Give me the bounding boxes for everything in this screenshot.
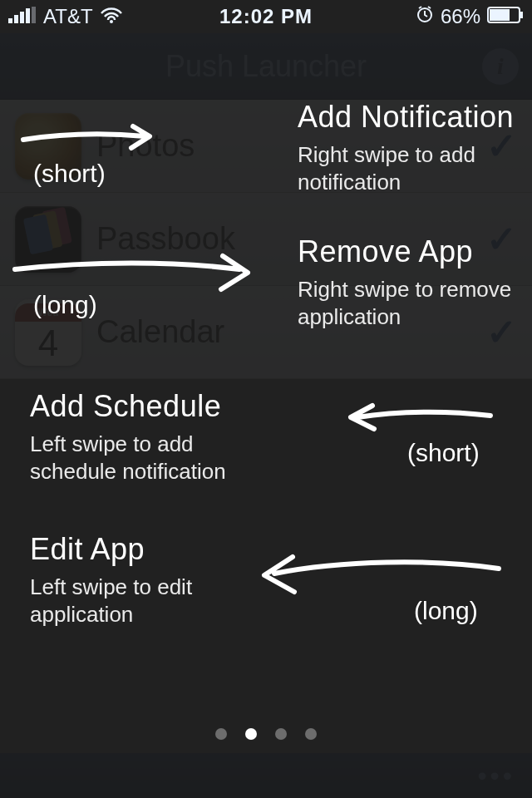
tutorial-overlay[interactable]: Add Notification Right swipe to add noti…	[0, 0, 532, 798]
battery-pct-label: 66%	[441, 5, 480, 28]
svg-rect-2	[20, 12, 24, 23]
signal-icon	[8, 5, 37, 28]
svg-point-5	[110, 20, 113, 23]
svg-rect-8	[490, 9, 510, 21]
gesture-label-short: (short)	[33, 160, 106, 188]
status-bar: AT&T 12:02 PM 66%	[0, 0, 532, 33]
tip-desc: Right swipe to remove application	[298, 276, 522, 330]
tip-add-notification: Add Notification Right swipe to add noti…	[298, 100, 522, 195]
tip-title: Add Notification	[298, 100, 522, 135]
alarm-icon	[416, 5, 434, 28]
page-dot[interactable]	[305, 728, 317, 740]
swipe-right-short-arrow-icon	[17, 116, 166, 158]
svg-rect-1	[14, 15, 18, 23]
tip-title: Edit App	[30, 532, 254, 567]
gesture-label-long: (long)	[33, 291, 97, 319]
gesture-label-long: (long)	[414, 597, 478, 625]
page-dot[interactable]	[275, 728, 287, 740]
tip-remove-app: Remove App Right swipe to remove applica…	[298, 234, 522, 330]
tip-edit-app: Edit App Left swipe to edit application	[30, 532, 254, 628]
wifi-icon	[100, 5, 123, 28]
svg-rect-9	[520, 12, 523, 18]
tip-title: Remove App	[298, 234, 522, 269]
tip-desc: Left swipe to edit application	[30, 574, 254, 628]
page-dot-active[interactable]	[245, 728, 257, 740]
tip-desc: Left swipe to add schedule notification	[30, 431, 254, 485]
gesture-label-short: (short)	[407, 439, 480, 467]
page-dot[interactable]	[215, 728, 227, 740]
svg-rect-3	[26, 8, 30, 23]
carrier-label: AT&T	[43, 5, 93, 28]
swipe-left-short-arrow-icon	[332, 399, 499, 441]
battery-icon	[487, 5, 524, 28]
tip-title: Add Schedule	[30, 389, 254, 424]
clock-label: 12:02 PM	[219, 5, 313, 28]
tip-desc: Right swipe to add notification	[298, 141, 522, 195]
svg-rect-4	[32, 7, 36, 23]
tip-add-schedule: Add Schedule Left swipe to add schedule …	[30, 389, 254, 485]
page-indicator[interactable]	[0, 728, 532, 740]
svg-rect-0	[8, 18, 12, 23]
